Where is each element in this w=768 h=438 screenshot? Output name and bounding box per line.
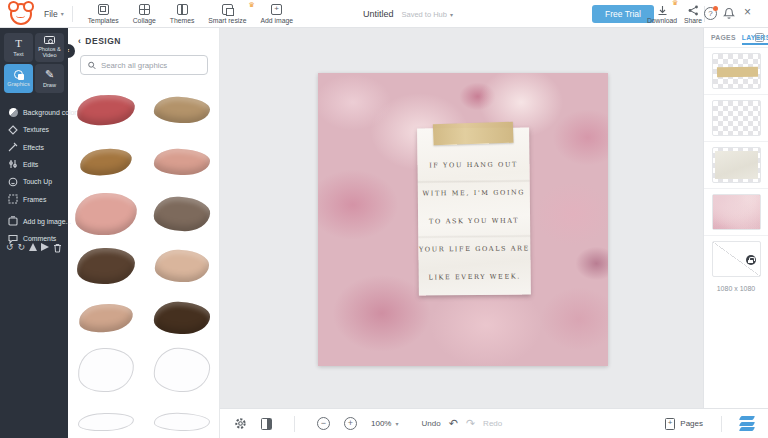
redo-arrow-icon[interactable]: ↷ <box>466 418 475 429</box>
search-icon <box>88 61 96 70</box>
white-sketch-smear[interactable] <box>68 344 144 396</box>
text-tool-button[interactable]: T Text <box>4 33 33 62</box>
flip-canvas-icon[interactable] <box>261 418 272 430</box>
canvas-size-label: 1080 x 1080 <box>704 282 768 292</box>
download-icon <box>657 5 668 16</box>
file-menu[interactable]: File ▾ <box>44 9 64 19</box>
layer-item-background[interactable] <box>704 236 768 282</box>
help-button[interactable]: ? <box>704 7 717 20</box>
graphics-tool-button[interactable]: Graphics <box>4 64 33 93</box>
undo-icon[interactable]: ↺ <box>6 243 14 253</box>
templates-button[interactable]: Templates <box>81 0 126 28</box>
canvas-settings-gear-icon[interactable] <box>234 417 247 430</box>
panel-header[interactable]: ‹ DESIGN <box>68 28 219 46</box>
canvas-workspace[interactable]: IF YOU HANG OUTWITH ME, I'M GOINGTO ASK … <box>220 28 703 408</box>
sidebar-item-effects[interactable]: Effects <box>0 139 68 156</box>
document-title[interactable]: Untitled <box>363 9 394 19</box>
quote-line: WITH ME, I'M GOING <box>418 188 530 197</box>
add-image-button[interactable]: Add image <box>253 0 300 28</box>
lock-icon <box>746 255 756 265</box>
paper-layer-thumbnail <box>712 147 761 183</box>
layers-toggle-icon[interactable] <box>740 416 754 431</box>
tab-pages[interactable]: PAGES <box>711 34 736 41</box>
sidebar-item-touch-up[interactable]: Touch Up <box>0 173 68 190</box>
photos-video-tool-button[interactable]: Photos & Video <box>35 33 64 62</box>
quote-line: IF YOU HANG OUT <box>417 160 529 169</box>
pink-paint-smear[interactable] <box>68 188 144 240</box>
search-input[interactable] <box>101 61 200 70</box>
chocolate-paint-smear[interactable] <box>144 292 220 344</box>
collage-button[interactable]: Collage <box>126 0 163 28</box>
smart-resize-button[interactable]: ♛ Smart resize <box>201 0 253 28</box>
redo-icon[interactable]: ↻ <box>18 243 26 253</box>
partial-smear[interactable] <box>144 396 220 438</box>
sidebar-item-frames[interactable]: Frames <box>0 191 68 208</box>
caramel-paint-smear[interactable] <box>68 136 144 188</box>
design-canvas[interactable]: IF YOU HANG OUTWITH ME, I'M GOINGTO ASK … <box>318 73 608 366</box>
zoom-out-button[interactable]: − <box>317 417 330 430</box>
beige-paint-smear[interactable] <box>68 292 144 344</box>
rose-paint-smear[interactable] <box>144 136 220 188</box>
notifications-bell-icon[interactable] <box>723 7 735 20</box>
saved-status[interactable]: Saved to Hub ▾ <box>402 10 453 19</box>
zoom-level-value: 100% <box>371 419 391 428</box>
trash-icon[interactable] <box>53 243 62 253</box>
camera-icon <box>44 36 55 44</box>
top-bar: File ▾ Templates Collage Themes ♛ Smart … <box>0 0 768 28</box>
warning-icon[interactable] <box>29 243 37 253</box>
sidebar-item-background-color[interactable]: Background color <box>0 104 68 121</box>
text-layer-thumbnail <box>712 100 761 136</box>
close-panel-icon[interactable]: × <box>755 33 764 42</box>
undo-button[interactable]: Undo <box>422 419 441 428</box>
quote-text-layer[interactable]: IF YOU HANG OUTWITH ME, I'M GOINGTO ASK … <box>417 127 531 295</box>
layers-panel: PAGES LAYERS × 1080 x 1080 <box>703 28 768 408</box>
themes-button[interactable]: Themes <box>163 0 202 28</box>
close-icon[interactable]: × <box>744 5 751 19</box>
white-sketch-smear[interactable] <box>144 344 220 396</box>
zoom-level-dropdown[interactable]: 100% ▾ <box>371 419 398 428</box>
layer-item-text[interactable] <box>704 95 768 142</box>
tan-paint-smear[interactable] <box>144 84 220 136</box>
partial-smear[interactable] <box>68 396 144 438</box>
collage-icon <box>139 4 150 15</box>
redo-button[interactable]: Redo <box>483 419 502 428</box>
add-page-icon <box>665 418 675 430</box>
chevron-down-icon: ▾ <box>61 10 64 17</box>
layer-item-flowers[interactable] <box>704 189 768 236</box>
add-pages-button[interactable]: Pages <box>665 418 703 430</box>
picmonkey-logo-icon[interactable] <box>10 3 32 25</box>
themes-icon <box>177 4 188 15</box>
layer-item-tape[interactable] <box>704 48 768 95</box>
notification-dot <box>713 6 718 11</box>
divider <box>721 416 722 432</box>
chevron-down-icon: ▾ <box>450 11 453 18</box>
draw-tool-button[interactable]: ✎ Draw <box>35 64 64 93</box>
flag-icon[interactable] <box>41 243 49 253</box>
flowers-layer-thumbnail <box>712 194 761 230</box>
panel-tabs: PAGES LAYERS × <box>704 28 768 48</box>
taupe-paint-smear[interactable] <box>144 188 220 240</box>
templates-icon <box>98 4 109 15</box>
layer-item-paper[interactable] <box>704 142 768 189</box>
quote-line: TO ASK YOU WHAT <box>418 216 530 225</box>
sidebar-item-edits[interactable]: Edits <box>0 156 68 173</box>
sidebar-item-add-bg-image[interactable]: Add bg image... <box>0 213 68 230</box>
graphics-search-box[interactable] <box>80 55 208 75</box>
logo-smile <box>16 13 25 18</box>
share-icon <box>688 5 699 16</box>
download-button[interactable]: ♛ Download <box>642 0 682 28</box>
pen-icon: ✎ <box>45 69 54 80</box>
undo-arrow-icon[interactable]: ↶ <box>449 418 458 429</box>
document-title-group: Untitled Saved to Hub ▾ <box>363 0 453 28</box>
sidebar-item-textures[interactable]: Textures <box>0 121 68 138</box>
chevron-down-icon: ▾ <box>395 420 398 427</box>
smart-resize-icon <box>222 4 233 15</box>
undo-redo-group: Undo ↶ ↷ Redo <box>422 418 503 429</box>
divider <box>294 416 295 432</box>
collapse-panel-button[interactable]: ‹ <box>68 44 75 58</box>
nude-paint-smear[interactable] <box>144 240 220 292</box>
red-paint-smear[interactable] <box>68 84 144 136</box>
zoom-in-button[interactable]: + <box>344 417 357 430</box>
dark-brown-paint-smear[interactable] <box>68 240 144 292</box>
paper-layer[interactable]: IF YOU HANG OUTWITH ME, I'M GOINGTO ASK … <box>417 127 531 295</box>
